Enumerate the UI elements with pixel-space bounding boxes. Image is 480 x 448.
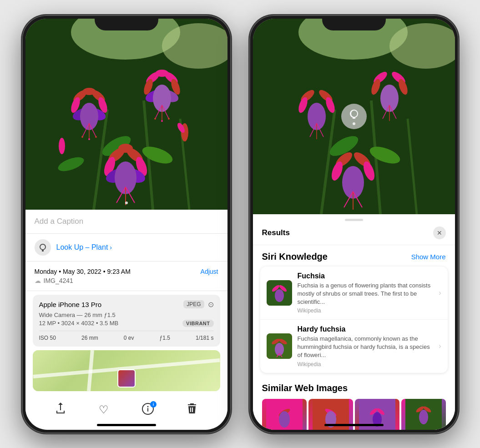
- caption-area[interactable]: Add a Caption: [25, 210, 227, 234]
- photo-page-indicator: [125, 201, 128, 204]
- hardy-desc: Fuchsia magellanica, commonly known as t…: [298, 335, 434, 360]
- svg-point-41: [118, 144, 133, 153]
- map-section[interactable]: [33, 350, 220, 391]
- spec-focal: 26 mm: [81, 335, 98, 341]
- results-sheet: Results ✕ Siri Knowledge Show More: [253, 214, 455, 430]
- camera-lens: Wide Camera — 26 mm ƒ1.5: [39, 312, 214, 318]
- svg-point-22: [95, 136, 97, 138]
- home-indicator: [97, 424, 156, 426]
- svg-point-98: [279, 411, 290, 428]
- phone-2-screen: Results ✕ Siri Knowledge Show More: [253, 19, 455, 430]
- svg-point-50: [59, 138, 65, 154]
- hardy-name: Hardy fuchsia: [298, 325, 434, 333]
- hardy-thumb: [267, 333, 292, 359]
- siri-knowledge-header: Siri Knowledge Show More: [253, 245, 455, 267]
- svg-point-36: [168, 118, 170, 120]
- fuchsia-thumb: [267, 280, 292, 306]
- spec-aperture: ƒ1.5: [160, 335, 170, 341]
- photo-flower-right: [253, 19, 455, 214]
- spec-iso: ISO 50: [39, 335, 56, 341]
- svg-point-89: [275, 289, 284, 302]
- notch: [95, 15, 158, 30]
- camera-resolution: 12 MP • 3024 × 4032 • 3.5 MB: [39, 320, 119, 327]
- visual-lookup-button[interactable]: [341, 104, 367, 129]
- svg-point-52: [147, 406, 149, 407]
- camera-specs-row: ISO 50 26 mm 0 ev ƒ1.5 1/181 s: [39, 331, 214, 341]
- knowledge-item-fuchsia[interactable]: Fuchsia Fuchsia is a genus of flowering …: [260, 267, 448, 320]
- similar-title: Similar Web Images: [262, 383, 446, 393]
- phone-1: Add a Caption Look Up – Plant› Monday • …: [22, 15, 231, 433]
- similar-image-4[interactable]: [401, 399, 446, 430]
- photo-flower[interactable]: [25, 19, 227, 210]
- lookup-icon: [35, 239, 51, 256]
- results-header: Results ✕: [253, 225, 455, 245]
- home-indicator-2: [324, 424, 384, 426]
- fuchsia-source: Wikipedia: [298, 307, 434, 314]
- adjust-button[interactable]: Adjust: [201, 268, 218, 275]
- camera-settings-icon[interactable]: ⊙: [208, 300, 214, 309]
- caption-placeholder: Add a Caption: [35, 217, 84, 226]
- camera-badges: JPEG ⊙: [183, 300, 213, 309]
- show-more-button[interactable]: Show More: [411, 253, 446, 261]
- info-button[interactable]: i: [142, 403, 154, 417]
- similar-image-1[interactable]: [262, 399, 307, 430]
- phone-1-screen: Add a Caption Look Up – Plant› Monday • …: [25, 19, 227, 430]
- results-title-label: Results: [262, 228, 290, 237]
- phone-2: Results ✕ Siri Knowledge Show More: [249, 15, 459, 433]
- like-button[interactable]: ♡: [99, 403, 109, 416]
- vibrant-badge: VIBRANT: [182, 320, 213, 327]
- spec-shutter: 1/181 s: [196, 335, 213, 341]
- fuchsia-name: Fuchsia: [298, 272, 434, 280]
- svg-point-21: [88, 138, 90, 140]
- meta-filename: IMG_4241: [44, 277, 73, 284]
- camera-section: Apple iPhone 13 Pro JPEG ⊙ Wide Camera —…: [33, 295, 220, 347]
- map-photo-thumbnail: [117, 369, 136, 388]
- svg-rect-53: [147, 408, 148, 412]
- svg-point-34: [154, 118, 156, 120]
- svg-point-20: [81, 136, 83, 138]
- fuchsia-chevron: ›: [439, 289, 441, 297]
- svg-point-13: [83, 88, 96, 95]
- leaf-lookup-icon: [348, 108, 360, 121]
- notch-2: [322, 15, 386, 30]
- meta-section: Monday • May 30, 2022 • 9:23 AM Adjust ☁…: [25, 262, 227, 291]
- leaf-icon: [38, 242, 48, 252]
- hardy-chevron: ›: [439, 342, 441, 350]
- svg-point-35: [161, 120, 163, 122]
- camera-name: Apple iPhone 13 Pro: [39, 301, 102, 308]
- close-button[interactable]: ✕: [433, 227, 446, 239]
- svg-point-27: [156, 70, 168, 77]
- hardy-text: Hardy fuchsia Fuchsia magellanica, commo…: [298, 325, 434, 367]
- fuchsia-desc: Fuchsia is a genus of flowering plants t…: [298, 282, 434, 307]
- siri-knowledge-title: Siri Knowledge: [262, 252, 328, 262]
- knowledge-card: Fuchsia Fuchsia is a genus of flowering …: [260, 267, 448, 373]
- cloud-icon: ☁: [35, 277, 41, 284]
- lookup-row[interactable]: Look Up – Plant›: [25, 234, 227, 262]
- fuchsia-text: Fuchsia Fuchsia is a genus of flowering …: [298, 272, 434, 314]
- share-button[interactable]: [56, 403, 66, 417]
- lookup-label: Look Up – Plant›: [56, 243, 112, 252]
- delete-button[interactable]: [187, 403, 197, 417]
- similar-section: Similar Web Images: [253, 377, 455, 430]
- hardy-source: Wikipedia: [298, 361, 434, 367]
- sheet-handle: [345, 219, 363, 221]
- format-badge: JPEG: [183, 300, 204, 308]
- meta-date: Monday • May 30, 2022 • 9:23 AM: [35, 268, 131, 275]
- spec-ev: 0 ev: [124, 335, 134, 341]
- knowledge-item-hardy[interactable]: Hardy fuchsia Fuchsia magellanica, commo…: [260, 320, 448, 373]
- vl-dot: [353, 122, 355, 125]
- bottom-toolbar: ♡ i: [25, 403, 227, 417]
- svg-point-109: [419, 410, 428, 424]
